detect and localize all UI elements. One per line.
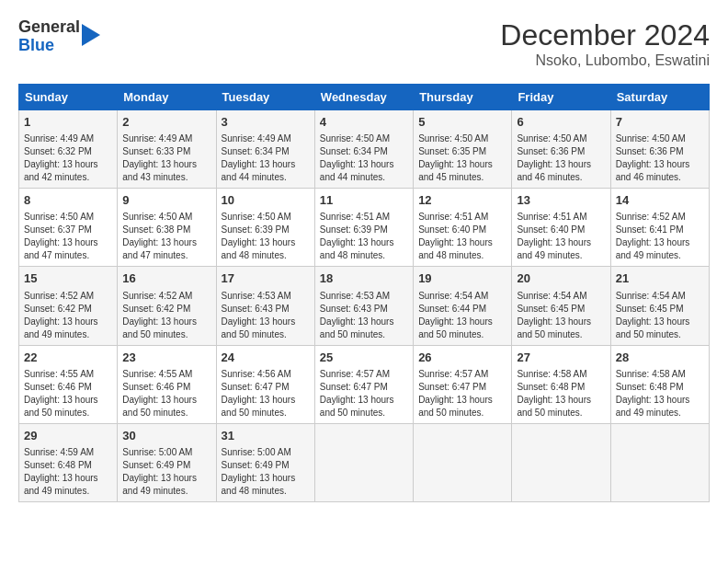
calendar-cell: 11Sunrise: 4:51 AMSunset: 6:39 PMDayligh… xyxy=(314,189,413,267)
calendar-cell: 26Sunrise: 4:57 AMSunset: 6:47 PMDayligh… xyxy=(414,345,512,423)
day-info: Sunrise: 4:57 AMSunset: 6:47 PMDaylight:… xyxy=(320,368,408,419)
calendar-cell: 16Sunrise: 4:52 AMSunset: 6:42 PMDayligh… xyxy=(118,267,216,345)
day-number: 28 xyxy=(616,350,704,366)
calendar-cell: 12Sunrise: 4:51 AMSunset: 6:40 PMDayligh… xyxy=(414,189,512,267)
calendar-cell xyxy=(314,423,413,501)
day-info: Sunrise: 4:49 AMSunset: 6:34 PMDaylight:… xyxy=(222,132,310,184)
day-info: Sunrise: 4:50 AMSunset: 6:37 PMDaylight:… xyxy=(24,211,112,262)
day-number: 20 xyxy=(517,270,605,287)
calendar-cell: 30Sunrise: 5:00 AMSunset: 6:49 PMDayligh… xyxy=(118,423,216,501)
day-info: Sunrise: 4:50 AMSunset: 6:38 PMDaylight:… xyxy=(122,211,210,262)
calendar-cell: 10Sunrise: 4:50 AMSunset: 6:39 PMDayligh… xyxy=(216,189,314,267)
day-number: 10 xyxy=(222,192,310,209)
calendar-cell: 27Sunrise: 4:58 AMSunset: 6:48 PMDayligh… xyxy=(512,345,610,423)
day-number: 27 xyxy=(517,350,605,366)
day-info: Sunrise: 5:00 AMSunset: 6:49 PMDaylight:… xyxy=(222,446,310,498)
day-number: 14 xyxy=(616,192,704,209)
logo-text: General Blue xyxy=(18,18,80,55)
col-header-tuesday: Tuesday xyxy=(216,85,314,110)
calendar-cell: 2Sunrise: 4:49 AMSunset: 6:33 PMDaylight… xyxy=(118,110,216,189)
calendar-cell: 19Sunrise: 4:54 AMSunset: 6:44 PMDayligh… xyxy=(414,267,512,345)
day-info: Sunrise: 4:49 AMSunset: 6:33 PMDaylight:… xyxy=(122,132,210,184)
calendar-cell: 8Sunrise: 4:50 AMSunset: 6:37 PMDaylight… xyxy=(19,189,118,267)
calendar-cell: 18Sunrise: 4:53 AMSunset: 6:43 PMDayligh… xyxy=(314,267,413,345)
calendar-cell: 15Sunrise: 4:52 AMSunset: 6:42 PMDayligh… xyxy=(19,267,118,345)
calendar-cell: 21Sunrise: 4:54 AMSunset: 6:45 PMDayligh… xyxy=(610,267,709,345)
day-info: Sunrise: 4:52 AMSunset: 6:42 PMDaylight:… xyxy=(122,290,210,341)
col-header-wednesday: Wednesday xyxy=(314,85,413,110)
calendar-week-row: 8Sunrise: 4:50 AMSunset: 6:37 PMDaylight… xyxy=(19,189,710,267)
day-number: 7 xyxy=(616,114,704,131)
day-number: 2 xyxy=(122,114,210,131)
calendar-cell: 14Sunrise: 4:52 AMSunset: 6:41 PMDayligh… xyxy=(610,189,709,267)
calendar-cell: 3Sunrise: 4:49 AMSunset: 6:34 PMDaylight… xyxy=(216,110,314,189)
col-header-thursday: Thursday xyxy=(414,85,512,110)
calendar-cell xyxy=(414,423,512,501)
day-number: 6 xyxy=(517,114,605,131)
calendar-cell: 24Sunrise: 4:56 AMSunset: 6:47 PMDayligh… xyxy=(216,345,314,423)
calendar-cell: 1Sunrise: 4:49 AMSunset: 6:32 PMDaylight… xyxy=(19,110,118,189)
day-number: 11 xyxy=(320,192,408,209)
day-number: 8 xyxy=(24,192,112,209)
day-info: Sunrise: 4:52 AMSunset: 6:41 PMDaylight:… xyxy=(616,211,704,262)
calendar-week-row: 15Sunrise: 4:52 AMSunset: 6:42 PMDayligh… xyxy=(19,267,710,345)
day-info: Sunrise: 4:59 AMSunset: 6:48 PMDaylight:… xyxy=(24,446,112,498)
day-info: Sunrise: 4:54 AMSunset: 6:45 PMDaylight:… xyxy=(517,290,605,341)
day-number: 5 xyxy=(418,114,506,131)
calendar-week-row: 22Sunrise: 4:55 AMSunset: 6:46 PMDayligh… xyxy=(19,345,710,423)
calendar-cell: 7Sunrise: 4:50 AMSunset: 6:36 PMDaylight… xyxy=(610,110,709,189)
day-info: Sunrise: 4:50 AMSunset: 6:39 PMDaylight:… xyxy=(222,211,310,262)
calendar-week-row: 29Sunrise: 4:59 AMSunset: 6:48 PMDayligh… xyxy=(19,423,710,501)
day-number: 3 xyxy=(222,114,310,131)
day-info: Sunrise: 4:55 AMSunset: 6:46 PMDaylight:… xyxy=(24,368,112,419)
calendar-cell: 6Sunrise: 4:50 AMSunset: 6:36 PMDaylight… xyxy=(512,110,610,189)
calendar-cell: 29Sunrise: 4:59 AMSunset: 6:48 PMDayligh… xyxy=(19,423,118,501)
day-info: Sunrise: 4:52 AMSunset: 6:42 PMDaylight:… xyxy=(24,290,112,341)
day-number: 30 xyxy=(122,428,210,444)
day-number: 21 xyxy=(616,270,704,287)
col-header-friday: Friday xyxy=(512,85,610,110)
day-number: 23 xyxy=(122,350,210,366)
calendar-cell: 13Sunrise: 4:51 AMSunset: 6:40 PMDayligh… xyxy=(512,189,610,267)
logo-icon xyxy=(82,24,100,46)
svg-marker-0 xyxy=(82,24,100,46)
logo-line1: General xyxy=(18,18,80,37)
calendar-cell: 9Sunrise: 4:50 AMSunset: 6:38 PMDaylight… xyxy=(118,189,216,267)
day-info: Sunrise: 4:53 AMSunset: 6:43 PMDaylight:… xyxy=(222,290,310,341)
calendar-cell: 22Sunrise: 4:55 AMSunset: 6:46 PMDayligh… xyxy=(19,345,118,423)
day-info: Sunrise: 4:55 AMSunset: 6:46 PMDaylight:… xyxy=(122,368,210,419)
day-number: 22 xyxy=(24,350,112,366)
title-block: December 2024 Nsoko, Lubombo, Eswatini xyxy=(500,18,710,69)
calendar-cell: 23Sunrise: 4:55 AMSunset: 6:46 PMDayligh… xyxy=(118,345,216,423)
day-number: 24 xyxy=(222,350,310,366)
day-number: 12 xyxy=(418,192,506,209)
day-number: 19 xyxy=(418,270,506,287)
calendar-week-row: 1Sunrise: 4:49 AMSunset: 6:32 PMDaylight… xyxy=(19,110,710,189)
col-header-monday: Monday xyxy=(118,85,216,110)
day-info: Sunrise: 4:49 AMSunset: 6:32 PMDaylight:… xyxy=(24,132,112,184)
calendar-cell: 28Sunrise: 4:58 AMSunset: 6:48 PMDayligh… xyxy=(610,345,709,423)
calendar-cell: 17Sunrise: 4:53 AMSunset: 6:43 PMDayligh… xyxy=(216,267,314,345)
day-number: 9 xyxy=(122,192,210,209)
day-info: Sunrise: 4:53 AMSunset: 6:43 PMDaylight:… xyxy=(320,290,408,341)
day-number: 18 xyxy=(320,270,408,287)
day-number: 4 xyxy=(320,114,408,131)
page-title: December 2024 xyxy=(500,18,710,52)
calendar-cell xyxy=(512,423,610,501)
calendar-cell: 5Sunrise: 4:50 AMSunset: 6:35 PMDaylight… xyxy=(414,110,512,189)
calendar-cell: 31Sunrise: 5:00 AMSunset: 6:49 PMDayligh… xyxy=(216,423,314,501)
page-subtitle: Nsoko, Lubombo, Eswatini xyxy=(500,52,710,69)
day-number: 25 xyxy=(320,350,408,366)
day-info: Sunrise: 4:51 AMSunset: 6:39 PMDaylight:… xyxy=(320,211,408,262)
day-info: Sunrise: 4:58 AMSunset: 6:48 PMDaylight:… xyxy=(616,368,704,419)
day-info: Sunrise: 5:00 AMSunset: 6:49 PMDaylight:… xyxy=(122,446,210,498)
calendar-cell: 25Sunrise: 4:57 AMSunset: 6:47 PMDayligh… xyxy=(314,345,413,423)
col-header-saturday: Saturday xyxy=(610,85,709,110)
calendar-cell xyxy=(610,423,709,501)
day-info: Sunrise: 4:54 AMSunset: 6:44 PMDaylight:… xyxy=(418,290,506,341)
calendar-table: SundayMondayTuesdayWednesdayThursdayFrid… xyxy=(18,84,710,502)
day-info: Sunrise: 4:51 AMSunset: 6:40 PMDaylight:… xyxy=(517,211,605,262)
day-info: Sunrise: 4:51 AMSunset: 6:40 PMDaylight:… xyxy=(418,211,506,262)
day-number: 26 xyxy=(418,350,506,366)
day-number: 15 xyxy=(24,270,112,287)
